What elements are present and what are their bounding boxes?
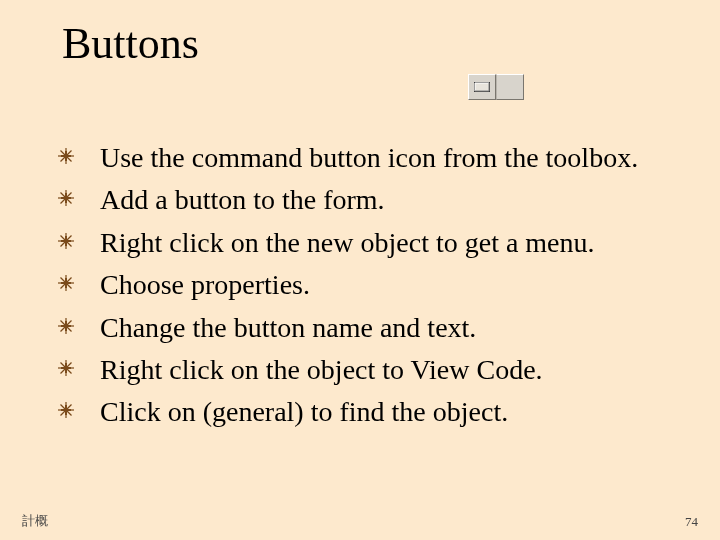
bullet-text: Use the command button icon from the too… <box>100 140 638 176</box>
toolbox <box>468 74 524 100</box>
starburst-icon <box>58 275 74 291</box>
starburst-icon <box>58 148 74 164</box>
starburst-icon <box>58 360 74 376</box>
list-item: Right click on the object to View Code. <box>58 352 680 388</box>
list-item: Use the command button icon from the too… <box>58 140 680 176</box>
starburst-icon <box>58 402 74 418</box>
bullet-text: Right click on the new object to get a m… <box>100 225 595 261</box>
list-item: Add a button to the form. <box>58 182 680 218</box>
starburst-icon <box>58 190 74 206</box>
bullet-text: Right click on the object to View Code. <box>100 352 543 388</box>
slide: Buttons Use the command button icon from… <box>0 0 720 540</box>
list-item: Right click on the new object to get a m… <box>58 225 680 261</box>
list-item: Choose properties. <box>58 267 680 303</box>
bullet-text: Click on (general) to find the object. <box>100 394 508 430</box>
bullet-list: Use the command button icon from the too… <box>58 140 680 437</box>
bullet-text: Change the button name and text. <box>100 310 476 346</box>
bullet-text: Add a button to the form. <box>100 182 385 218</box>
svg-rect-0 <box>475 83 490 92</box>
command-button-tool[interactable] <box>468 74 496 100</box>
footer-left-label: 計概 <box>22 512 48 530</box>
starburst-icon <box>58 318 74 334</box>
list-item: Change the button name and text. <box>58 310 680 346</box>
page-number: 74 <box>685 514 698 530</box>
toolbox-empty-cell <box>496 74 524 100</box>
starburst-icon <box>58 233 74 249</box>
bullet-text: Choose properties. <box>100 267 310 303</box>
list-item: Click on (general) to find the object. <box>58 394 680 430</box>
slide-title: Buttons <box>62 18 199 69</box>
command-button-icon <box>474 82 490 92</box>
